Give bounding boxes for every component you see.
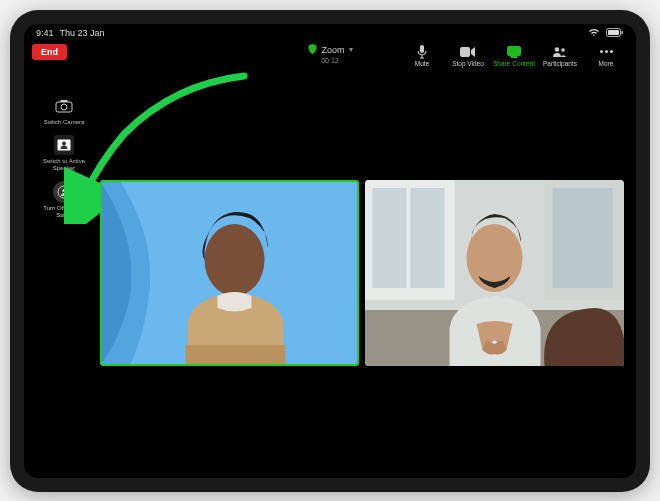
- ipad-device-frame: 9:41 Thu 23 Jan End: [10, 10, 650, 492]
- stop-video-label: Stop Video: [452, 60, 484, 67]
- active-speaker-icon: [54, 135, 74, 155]
- switch-camera-label: Switch Camera: [44, 119, 85, 126]
- more-label: More: [599, 60, 614, 67]
- status-bar: 9:41 Thu 23 Jan: [24, 24, 636, 40]
- svg-point-7: [555, 47, 559, 51]
- more-button[interactable]: More: [584, 44, 628, 67]
- svg-rect-3: [420, 45, 424, 53]
- svg-rect-6: [511, 56, 517, 57]
- more-icon: [600, 44, 613, 60]
- zoom-controls: Mute Stop Video Share Content: [400, 44, 628, 67]
- meeting-title: Zoom: [321, 45, 344, 55]
- chevron-down-icon: ▾: [349, 45, 353, 54]
- end-button[interactable]: End: [32, 44, 67, 60]
- svg-rect-4: [460, 47, 470, 57]
- participants-icon: [552, 44, 568, 60]
- svg-rect-21: [411, 188, 445, 288]
- zoom-top-bar: End Zoom ▾ 00:12 Mute: [24, 40, 636, 78]
- center-stage-icon: [53, 181, 75, 203]
- svg-rect-17: [186, 345, 286, 366]
- svg-rect-1: [608, 30, 619, 35]
- microphone-icon: [416, 44, 428, 60]
- share-screen-icon: [507, 44, 521, 60]
- status-time: 9:41: [36, 28, 54, 38]
- video-tile-participant[interactable]: [365, 180, 624, 366]
- svg-rect-2: [622, 31, 623, 34]
- svg-point-10: [61, 104, 67, 110]
- camera-switch-icon: [54, 96, 74, 116]
- screen: 9:41 Thu 23 Jan End: [24, 24, 636, 478]
- svg-point-16: [205, 224, 265, 296]
- svg-point-25: [467, 224, 523, 292]
- status-date: Thu 23 Jan: [60, 28, 105, 38]
- svg-point-14: [62, 189, 66, 193]
- side-panel: Switch Camera Switch to Active Speaker T…: [34, 96, 94, 219]
- video-tile-self[interactable]: [100, 180, 359, 366]
- svg-point-12: [62, 142, 66, 146]
- center-stage-label: Turn Off Center Stage: [36, 205, 92, 218]
- svg-point-8: [561, 48, 565, 52]
- svg-rect-23: [553, 188, 613, 288]
- meeting-title-area[interactable]: Zoom ▾ 00:12: [307, 44, 352, 64]
- wifi-icon: [588, 28, 600, 37]
- share-content-label: Share Content: [493, 60, 535, 67]
- center-stage-button[interactable]: Turn Off Center Stage: [36, 181, 92, 218]
- video-grid: [100, 180, 624, 366]
- svg-rect-20: [373, 188, 407, 288]
- meeting-timer: 00:12: [321, 57, 339, 64]
- participants-button[interactable]: Participants: [538, 44, 582, 67]
- switch-speaker-label: Switch to Active Speaker: [36, 158, 92, 171]
- video-camera-icon: [460, 44, 476, 60]
- mute-label: Mute: [415, 60, 429, 67]
- share-content-button[interactable]: Share Content: [492, 44, 536, 67]
- stop-video-button[interactable]: Stop Video: [446, 44, 490, 67]
- switch-camera-button[interactable]: Switch Camera: [44, 96, 85, 126]
- participants-label: Participants: [543, 60, 577, 67]
- switch-speaker-button[interactable]: Switch to Active Speaker: [36, 135, 92, 171]
- battery-icon: [606, 28, 624, 37]
- encryption-shield-icon: [307, 44, 317, 56]
- mute-button[interactable]: Mute: [400, 44, 444, 67]
